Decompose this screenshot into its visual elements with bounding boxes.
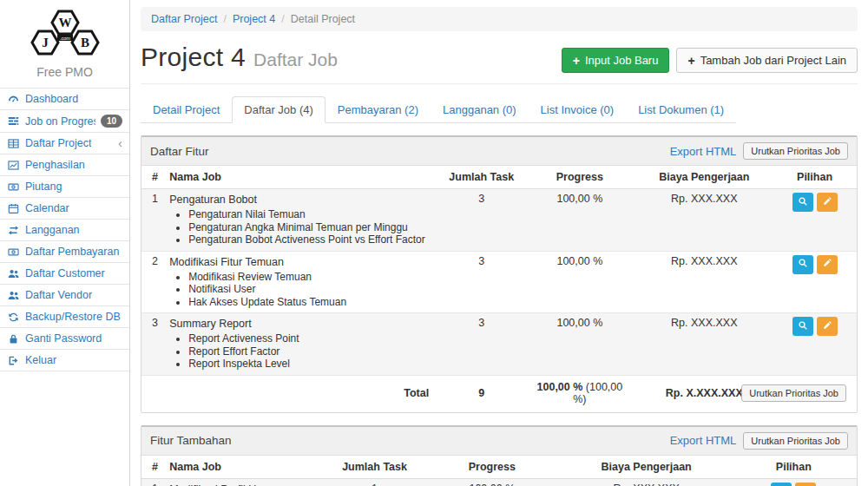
sidebar-item-label: Backup/Restore DB [25,311,121,323]
panel-title: Fitur Tambahan [150,434,232,447]
column-header-pilihan: Pilihan [738,461,850,473]
job-name-cell: Modifikasi Fitur TemuanModifikasi Review… [166,255,432,310]
line-chart-icon [7,160,20,171]
tab-langganan-0[interactable]: Langganan (0) [431,96,529,123]
sidebar-item-label: Dashboard [25,93,78,105]
tambah-job-dari-project-lain-button[interactable]: + Tambah Job dari Project Lain [676,48,858,73]
subtask-list: Report Activeness PointReport Effort Fac… [169,332,429,371]
job-name: Pengaturan Bobot [169,193,429,207]
tab-list-invoice-0[interactable]: List Invoice (0) [529,96,627,123]
table-row: 2Modifikasi Fitur TemuanModifikasi Revie… [141,252,857,314]
view-button[interactable] [792,193,813,212]
edit-button[interactable] [817,317,838,336]
edit-icon [822,320,832,333]
search-icon [798,320,808,333]
sidebar-item-daftar-pembayaran[interactable]: Daftar Pembayaran [0,241,129,263]
lock-icon [7,333,20,345]
view-button[interactable] [792,255,813,274]
row-actions [783,255,846,274]
subtask-item: Report Activeness Point [188,332,429,345]
tab-daftar-job-4[interactable]: Daftar Job (4) [232,96,325,123]
row-number: 1 [148,483,166,486]
column-header-no: # [148,171,166,183]
job-name-cell: Pengaturan BobotPengaturan Nilai TemuanP… [166,193,432,247]
job-name-cell: Summary ReportReport Activeness PointRep… [166,317,432,371]
edit-button[interactable] [817,193,838,212]
edit-button[interactable] [795,483,816,486]
total-task-count: 9 [432,387,530,399]
cost-value: Rp. XXX.XXX [628,193,779,205]
sort-priority-button[interactable]: Urutkan Prioritas Job [741,384,846,402]
sidebar-item-label: Daftar Pembayaran [25,246,119,258]
sidebar-item-job-on-progress[interactable]: Job on Progress10 [0,110,129,133]
sidebar-item-penghasilan[interactable]: Penghasilan [0,154,129,176]
panel-daftar-fitur: Daftar FiturExport HTMLUrutkan Prioritas… [141,135,858,413]
job-table: #Nama JobJumlah TaskProgressBiaya Penger… [141,166,857,412]
sidebar-item-daftar-vendor[interactable]: Daftar Vendor [0,285,129,306]
progress-value: 100,00 % [530,317,628,329]
table-row: 1Pengaturan BobotPengaturan Nilai Temuan… [141,189,857,252]
subtask-list: Pengaturan Nilai TemuanPengaturan Angka … [169,208,429,246]
edit-button[interactable] [817,255,838,274]
page-titles: Project 4Daftar Job [141,43,338,72]
job-name-cell: Modifikasi Profil UserTab F/U Temuan [166,483,320,486]
export-html-link[interactable]: Export HTML [670,434,737,447]
app-window: JBW.com Free PMO DashboardJob on Progres… [0,0,868,486]
sort-priority-button[interactable]: Urutkan Prioritas Job [743,142,848,160]
row-actions [783,317,846,336]
column-header-pilihan: Pilihan [779,171,850,183]
sidebar-item-daftar-customer[interactable]: Daftar Customer [0,263,129,285]
total-label: Total [166,387,432,399]
content-area: Daftar Project/Project 4/Detail Project … [130,0,868,486]
dashboard-icon [7,94,20,105]
subtask-item: Report Inspekta Level [188,358,429,371]
count-badge: 10 [101,115,122,128]
tab-pembayaran-2[interactable]: Pembayaran (2) [326,96,431,123]
sidebar-item-langganan[interactable]: Langganan [0,220,129,241]
panel-header: Fitur TambahanExport HTMLUrutkan Priorit… [141,427,857,456]
tab-detail-project[interactable]: Detail Project [141,96,232,123]
column-header-nama-job: Nama Job [166,171,432,183]
column-header-no: # [148,461,166,473]
tab-bar: Detail ProjectDaftar Job (4)Pembayaran (… [141,96,736,123]
sidebar-menu: DashboardJob on Progress10Daftar Project… [0,88,129,371]
svg-text:B: B [80,36,89,49]
panel-header: Daftar FiturExport HTMLUrutkan Prioritas… [141,137,857,166]
sidebar-item-ganti-password[interactable]: Ganti Password [0,328,129,350]
sidebar-item-label: Calendar [25,202,69,214]
page-title: Project 4 [141,43,246,71]
progress-value: 100,00 % [530,255,628,267]
plus-icon: + [687,55,694,67]
column-header-biaya-pengerjaan: Biaya Pengerjaan [556,461,738,473]
sidebar-item-label: Daftar Project [25,137,91,149]
brand-text: Free PMO [0,63,129,88]
tab-list-dokumen-1[interactable]: List Dokumen (1) [626,96,736,123]
tabs-section: Detail ProjectDaftar Job (4)Pembayaran (… [141,96,858,123]
progress-value: 100,00 % [429,483,555,486]
exchange-icon [7,225,20,236]
sort-priority-button[interactable]: Urutkan Prioritas Job [743,432,848,450]
sidebar-item-dashboard[interactable]: Dashboard [0,89,129,110]
subtask-item: Modifikasi Review Temuan [188,271,429,284]
input-job-baru-button[interactable]: + Input Job Baru [562,48,670,73]
sidebar-item-piutang[interactable]: Piutang [0,176,129,198]
sidebar-item-calendar[interactable]: Calendar [0,198,129,220]
sidebar-item-daftar-project[interactable]: Daftar Project‹ [0,133,129,154]
table-row: 1Modifikasi Profil UserTab F/U Temuan110… [141,479,857,486]
table-header-row: #Nama JobJumlah TaskProgressBiaya Penger… [141,166,857,189]
view-button[interactable] [771,483,792,486]
sidebar-item-backup-restore-db[interactable]: Backup/Restore DB [0,306,129,328]
subtask-item: Hak Akses Update Status Temuan [188,296,429,309]
sidebar-item-keluar[interactable]: Keluar [0,350,129,371]
breadcrumb-item-project-4[interactable]: Project 4 [233,13,275,25]
button-label: Input Job Baru [585,54,659,67]
export-html-link[interactable]: Export HTML [670,145,737,158]
breadcrumb-item-daftar-project[interactable]: Daftar Project [151,13,217,25]
column-header-progress: Progress [530,171,628,183]
row-number: 2 [148,255,166,267]
total-actions-cell: Urutkan Prioritas Job [779,384,850,402]
task-count: 3 [432,193,530,205]
chevron-left-icon: ‹ [118,139,122,148]
cost-value: Rp. XXX.XXX [556,483,738,486]
view-button[interactable] [792,317,813,336]
